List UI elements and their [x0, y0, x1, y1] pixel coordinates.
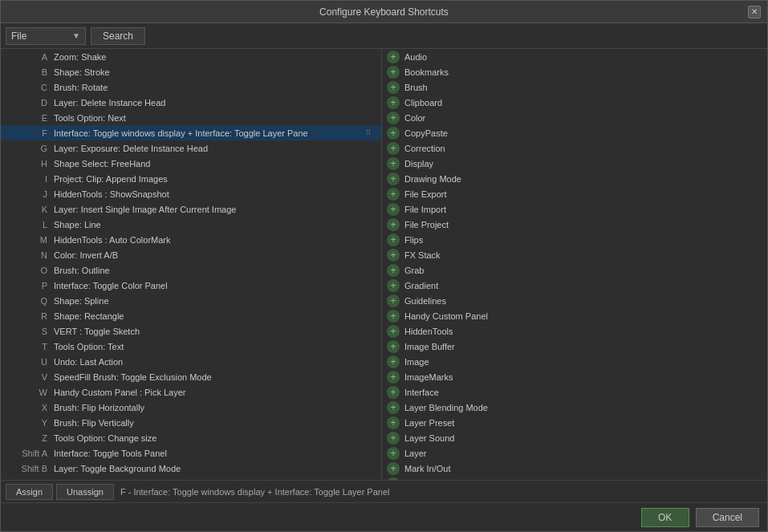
shortcut-item[interactable]: JHiddenTools : ShowSnapshot: [1, 186, 381, 201]
category-item[interactable]: +Interface: [382, 384, 767, 400]
shortcut-action: Layer: Insert Single Image After Current…: [54, 205, 376, 214]
shortcut-action: Shape: Rectangle: [54, 311, 376, 321]
shortcut-item[interactable]: WHandy Custom Panel : Pick Layer: [1, 384, 381, 400]
shortcut-item[interactable]: ZTools Option: Change size: [1, 430, 381, 445]
category-item[interactable]: +File Import: [382, 201, 767, 217]
cancel-button[interactable]: Cancel: [696, 508, 759, 527]
toolbar: File ▼ Search: [1, 23, 767, 49]
shortcut-item[interactable]: PInterface: Toggle Color Panel: [1, 278, 381, 293]
shortcut-action: Layer: Delete Instance Head: [54, 98, 376, 108]
category-item[interactable]: +Display: [382, 156, 767, 171]
shortcut-item[interactable]: LShape: Line: [1, 217, 381, 232]
category-item[interactable]: +CopyPaste: [382, 125, 767, 140]
categories-list[interactable]: +Audio+Bookmarks+Brush+Clipboard+Color+C…: [382, 49, 767, 480]
shortcut-key: A: [6, 52, 54, 62]
shortcut-action: Color: Invert A/B: [54, 250, 376, 260]
category-item[interactable]: +Image Buffer: [382, 339, 767, 354]
category-item[interactable]: +Image: [382, 354, 767, 369]
category-label: Image: [404, 357, 429, 367]
category-item[interactable]: +HiddenTools: [382, 323, 767, 339]
shortcut-item[interactable]: GLayer: Exposure: Delete Instance Head: [1, 140, 381, 156]
unassign-button[interactable]: Unassign: [56, 484, 114, 500]
category-label: Layer Sound: [404, 433, 454, 443]
shortcut-item[interactable]: HShape Select: FreeHand: [1, 156, 381, 171]
shortcut-item[interactable]: BShape: Stroke: [1, 64, 381, 79]
category-item[interactable]: +Guidelines: [382, 293, 767, 308]
category-item[interactable]: +Clipboard: [382, 95, 767, 110]
left-panel: AZoom: ShakeBShape: StrokeCBrush: Rotate…: [1, 49, 382, 480]
shortcut-item[interactable]: OBrush: Outline: [1, 262, 381, 278]
category-label: File Export: [404, 189, 447, 199]
shortcut-key: N: [6, 250, 54, 260]
shortcut-action: Zoom: Shake: [54, 52, 376, 62]
shortcut-item[interactable]: QShape: Spline: [1, 293, 381, 308]
shortcut-item[interactable]: MHiddenTools : Auto ColorMark: [1, 232, 381, 247]
shortcut-item[interactable]: RShape: Rectangle: [1, 308, 381, 323]
shortcut-item[interactable]: DLayer: Delete Instance Head: [1, 95, 381, 110]
shortcut-item[interactable]: UUndo: Last Action: [1, 354, 381, 369]
category-item[interactable]: +Correction: [382, 140, 767, 156]
shortcut-action: Shape: Spline: [54, 296, 376, 306]
shortcut-item[interactable]: Shift AInterface: Toggle Tools Panel: [1, 445, 381, 461]
expand-icon: +: [387, 173, 400, 185]
category-item[interactable]: +Brush: [382, 79, 767, 95]
shortcut-action: Brush: Outline: [54, 266, 376, 275]
category-item[interactable]: +Layer Blending Mode: [382, 400, 767, 415]
category-item[interactable]: +File Project: [382, 217, 767, 232]
expand-icon: +: [387, 127, 400, 140]
shortcut-item[interactable]: XBrush: Flip Horizontally: [1, 400, 381, 415]
shortcut-key: I: [6, 174, 54, 184]
title-bar: Configure Keyboard Shortcuts ✕: [1, 1, 767, 23]
category-label: File Project: [404, 220, 449, 229]
category-item[interactable]: +Handy Custom Panel: [382, 308, 767, 323]
category-item[interactable]: +Bookmarks: [382, 64, 767, 79]
shortcut-item[interactable]: ETools Option: Next: [1, 110, 381, 125]
shortcut-item[interactable]: VSpeedFill Brush: Toggle Exclusion Mode: [1, 369, 381, 384]
category-label: Brush: [404, 83, 428, 92]
expand-icon: +: [387, 355, 400, 368]
shortcut-item[interactable]: NColor: Invert A/B: [1, 247, 381, 262]
category-item[interactable]: +File Export: [382, 186, 767, 201]
shortcut-key: M: [6, 235, 54, 245]
shortcut-key: Shift A: [6, 449, 54, 458]
category-item[interactable]: +Layer: [382, 445, 767, 461]
category-item[interactable]: +Gradient: [382, 278, 767, 293]
shortcut-action: Layer: Toggle Background Mode: [54, 464, 376, 473]
shortcut-item[interactable]: CBrush: Rotate: [1, 79, 381, 95]
category-label: Mark In/Out: [404, 464, 450, 473]
category-label: Layer: [404, 449, 427, 458]
category-item[interactable]: +FX Stack: [382, 247, 767, 262]
shortcut-item[interactable]: YBrush: Flip Vertically: [1, 415, 381, 430]
category-item[interactable]: +Drawing Mode: [382, 171, 767, 186]
assign-button[interactable]: Assign: [6, 484, 53, 500]
shortcut-item[interactable]: SVERT : Toggle Sketch: [1, 323, 381, 339]
file-dropdown[interactable]: File ▼: [6, 27, 86, 45]
category-item[interactable]: +Flips: [382, 232, 767, 247]
shortcut-item[interactable]: Shift BLayer: Toggle Background Mode: [1, 461, 381, 476]
close-button[interactable]: ✕: [748, 6, 761, 18]
shortcut-item[interactable]: IProject: Clip: Append Images: [1, 171, 381, 186]
shortcut-key: E: [6, 113, 54, 123]
shortcut-item[interactable]: TTools Option: Text: [1, 339, 381, 354]
category-item[interactable]: +Audio: [382, 49, 767, 64]
shortcuts-list[interactable]: AZoom: ShakeBShape: StrokeCBrush: Rotate…: [1, 49, 381, 480]
category-item[interactable]: +Grab: [382, 262, 767, 278]
category-item[interactable]: +Color: [382, 110, 767, 125]
shortcut-item[interactable]: AZoom: Shake: [1, 49, 381, 64]
shortcut-action: SpeedFill Brush: Toggle Exclusion Mode: [54, 372, 376, 382]
search-button[interactable]: Search: [91, 27, 145, 45]
category-item[interactable]: +Layer Preset: [382, 415, 767, 430]
category-item[interactable]: +ImageMarks: [382, 369, 767, 384]
shortcut-action: Shape: Stroke: [54, 67, 376, 77]
shortcut-action: Undo: Last Action: [54, 357, 376, 367]
expand-icon: +: [387, 386, 400, 399]
shortcut-item[interactable]: FInterface: Toggle windows display + Int…: [1, 125, 381, 140]
category-item[interactable]: +Mark In/Out: [382, 461, 767, 476]
category-item[interactable]: +Layer Sound: [382, 430, 767, 445]
ok-button[interactable]: OK: [641, 508, 689, 527]
expand-icon: +: [387, 325, 400, 338]
expand-icon: +: [387, 249, 400, 262]
shortcut-action: HiddenTools : ShowSnapshot: [54, 189, 376, 199]
shortcut-action: Shape Select: FreeHand: [54, 159, 376, 169]
shortcut-item[interactable]: KLayer: Insert Single Image After Curren…: [1, 201, 381, 217]
